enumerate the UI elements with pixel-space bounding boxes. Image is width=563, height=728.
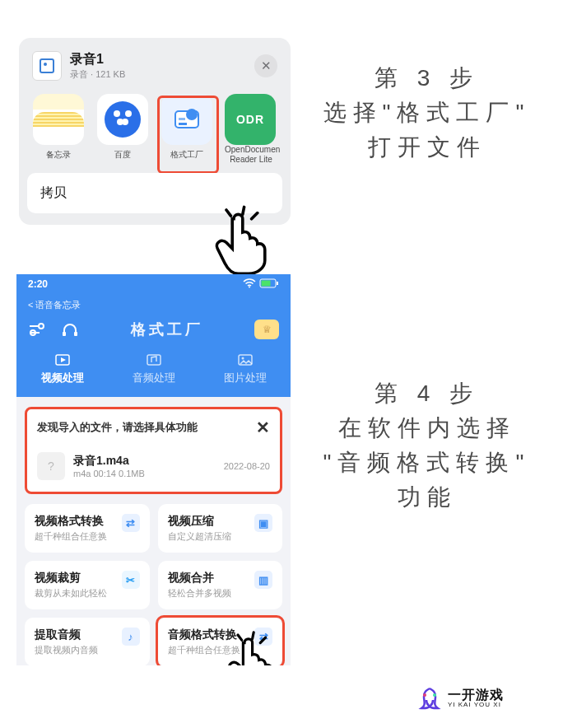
step3-caption: 第 3 步 选择"格式工厂" 打开文件 — [291, 61, 563, 165]
fn-sub: 裁剪从未如此轻松 — [35, 587, 115, 600]
fn-video-compress[interactable]: 视频压缩自定义超清压缩 ▣ — [158, 504, 283, 553]
import-file-name: 录音1.m4a — [73, 454, 145, 469]
music-icon: ♪ — [122, 628, 140, 646]
compress-icon: ▣ — [254, 514, 272, 532]
svg-point-8 — [39, 324, 44, 329]
app-item-odr[interactable]: ODR OpenDocumen Reader Lite — [225, 94, 277, 165]
import-header-text: 发现导入的文件，请选择具体功能 — [37, 420, 256, 435]
file-thumbnail — [32, 51, 62, 81]
step4-line2: 在软件内选择 — [299, 411, 555, 446]
svg-rect-2 — [179, 123, 187, 125]
scissors-icon: ✂ — [122, 571, 140, 589]
app-item-baidu[interactable]: 百度 — [96, 94, 149, 165]
app-label: 备忘录 — [32, 150, 85, 160]
step3-line1: 第 3 步 — [299, 61, 555, 96]
svg-point-15 — [241, 357, 244, 360]
step4-caption: 第 4 步 在软件内选择 "音频格式转换" 功能 — [291, 376, 563, 515]
close-icon: ✕ — [261, 58, 272, 73]
fn-sub: 提取视频内音频 — [35, 644, 115, 656]
fn-sub: 超千种组合任意换 — [168, 644, 249, 656]
svg-rect-11 — [74, 332, 77, 336]
watermark-icon — [418, 687, 441, 710]
image-icon — [237, 352, 254, 367]
fn-title: 视频裁剪 — [35, 571, 115, 586]
import-file-meta: m4a 00:14 0.1MB — [73, 469, 145, 478]
tab-label: 音频处理 — [133, 371, 175, 384]
tab-video[interactable]: 视频处理 — [16, 352, 108, 385]
fn-title: 提取音频 — [35, 628, 115, 642]
watermark-sub: YI KAI YOU XI — [448, 702, 504, 708]
step4-line3: "音频格式转换" — [299, 446, 555, 480]
convert-icon: ⇄ — [122, 514, 140, 532]
app-header: < 语音备忘录 格式工厂 ♕ 视频处理 音频处理 图片处理 — [16, 294, 291, 397]
fn-sub: 自定义超清压缩 — [168, 530, 249, 543]
svg-rect-3 — [179, 118, 185, 120]
settings-icon[interactable] — [28, 322, 46, 337]
share-apps-row: 备忘录 百度 格式工厂 ODR OpenDocumen Reader Lite — [27, 92, 282, 173]
battery-icon — [259, 278, 279, 291]
app-item-gsgc[interactable]: 格式工厂 — [161, 94, 213, 165]
watermark-title: 一开游戏 — [448, 688, 504, 702]
file-type-icon: ? — [37, 452, 65, 480]
convert-icon: ⇄ — [254, 628, 272, 646]
top-tabs: 视频处理 音频处理 图片处理 — [16, 352, 291, 397]
fn-title: 音频格式转换 — [168, 628, 249, 642]
watermark: 一开游戏 YI KAI YOU XI — [418, 687, 504, 710]
step4-line4: 功能 — [299, 480, 555, 515]
app-label: 格式工厂 — [161, 150, 213, 160]
import-panel: 发现导入的文件，请选择具体功能 ✕ ? 录音1.m4a m4a 00:14 0.… — [25, 407, 282, 494]
svg-point-17 — [433, 693, 436, 697]
svg-point-16 — [423, 693, 426, 697]
format-factory-icon — [161, 94, 212, 145]
fn-video-merge[interactable]: 视频合并轻松合并多视频 ▥ — [158, 561, 283, 609]
step4-line1: 第 4 步 — [299, 376, 555, 411]
memo-icon — [33, 94, 84, 145]
copy-action[interactable]: 拷贝 — [27, 173, 282, 213]
app-title: 格式工厂 — [94, 320, 240, 339]
odr-icon: ODR — [225, 94, 276, 145]
function-grid: 视频格式转换超千种组合任意换 ⇄ 视频压缩自定义超清压缩 ▣ 视频裁剪裁剪从未如… — [16, 504, 291, 665]
app-label: 百度 — [96, 150, 149, 160]
close-import-button[interactable]: ✕ — [256, 418, 270, 437]
tab-audio[interactable]: 音频处理 — [108, 352, 199, 385]
fn-title: 视频格式转换 — [35, 514, 115, 529]
back-button[interactable]: < 语音备忘录 — [16, 294, 291, 311]
app-item-memo[interactable]: 备忘录 — [32, 94, 85, 165]
fn-title: 视频合并 — [168, 571, 249, 586]
crown-icon: ♕ — [263, 324, 272, 335]
share-sheet: 录音1 录音 · 121 KB ✕ 备忘录 百度 格式工厂 — [19, 38, 291, 225]
close-button[interactable]: ✕ — [254, 54, 277, 77]
fn-video-convert[interactable]: 视频格式转换超千种组合任意换 ⇄ — [25, 504, 150, 553]
svg-rect-10 — [63, 332, 66, 336]
file-subtitle: 录音 · 121 KB — [70, 68, 246, 81]
tab-label: 图片处理 — [224, 371, 267, 384]
baidu-icon — [97, 94, 148, 145]
svg-rect-7 — [277, 282, 278, 285]
svg-point-4 — [249, 286, 250, 287]
tab-label: 视频处理 — [41, 371, 84, 384]
fn-video-crop[interactable]: 视频裁剪裁剪从未如此轻松 ✂ — [25, 561, 150, 609]
video-icon — [54, 352, 71, 367]
fn-extract-audio[interactable]: 提取音频提取视频内音频 ♪ — [25, 618, 150, 665]
step3-line2: 选择"格式工厂" — [299, 96, 555, 130]
phone-screen: 2:20 < 语音备忘录 格式工厂 ♕ 视频处理 音频处理 图片处理 — [16, 274, 291, 665]
status-time: 2:20 — [28, 278, 48, 290]
fn-sub: 超千种组合任意换 — [35, 530, 115, 543]
fn-audio-convert[interactable]: 音频格式转换超千种组合任意换 ⇄ — [158, 618, 283, 665]
headphones-icon[interactable] — [61, 322, 79, 337]
file-title: 录音1 — [70, 51, 246, 68]
step3-line3: 打开文件 — [299, 130, 555, 165]
import-file-row[interactable]: ? 录音1.m4a m4a 00:14 0.1MB 2022-08-20 — [27, 446, 280, 492]
app-label: OpenDocumen Reader Lite — [225, 145, 277, 165]
fn-sub: 轻松合并多视频 — [168, 587, 249, 600]
svg-rect-6 — [262, 280, 271, 286]
fn-title: 视频压缩 — [168, 514, 249, 529]
audio-icon — [146, 352, 162, 367]
merge-icon: ▥ — [254, 571, 272, 589]
premium-badge[interactable]: ♕ — [254, 320, 279, 339]
status-bar: 2:20 — [16, 274, 291, 294]
import-file-date: 2022-08-20 — [224, 461, 270, 471]
tab-image[interactable]: 图片处理 — [199, 352, 291, 385]
wifi-icon — [243, 278, 256, 291]
file-header: 录音1 录音 · 121 KB ✕ — [27, 48, 282, 92]
